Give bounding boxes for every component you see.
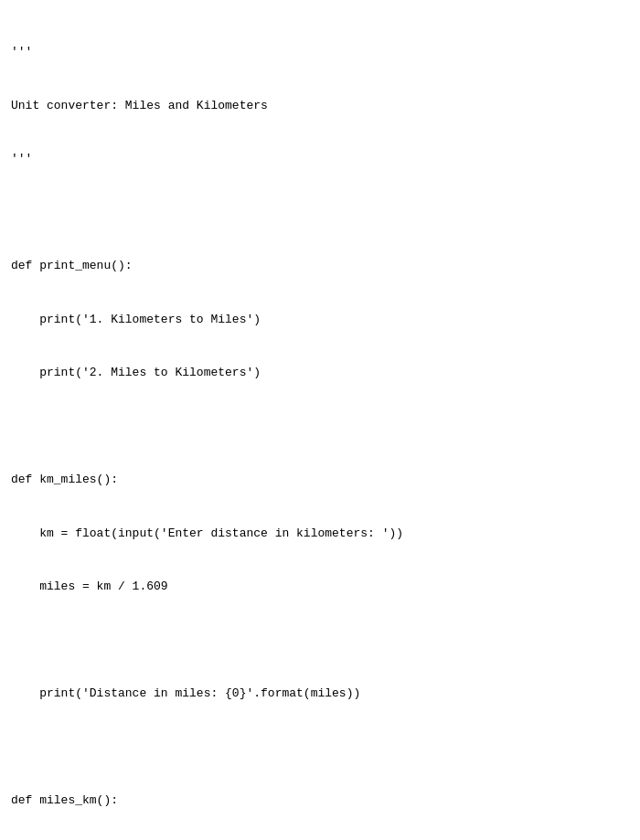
code-line-blank3	[11, 632, 629, 650]
code-line-docclose: '''	[11, 150, 629, 168]
print-menu-def: def print_menu():	[11, 257, 133, 275]
code-line-printmenu1: print('1. Kilometers to Miles')	[11, 311, 629, 329]
km-miles-line2: miles = km / 1.609	[11, 578, 168, 596]
km-miles-def: def km_miles():	[11, 471, 118, 489]
code-line-blank4	[11, 739, 629, 757]
code-line-doctitle: Unit converter: Miles and Kilometers	[11, 97, 629, 115]
docstring-title: Unit converter: Miles and Kilometers	[11, 97, 268, 115]
code-line-printmenu2: print('2. Miles to Kilometers')	[11, 364, 629, 382]
code-line-kmmiles-def: def km_miles():	[11, 471, 629, 489]
code-line-kmmiles3: print('Distance in miles: {0}'.format(mi…	[11, 685, 629, 703]
code-line-mileskm-def: def miles_km():	[11, 792, 629, 810]
km-miles-line1: km = float(input('Enter distance in kilo…	[11, 525, 403, 543]
code-section: ''' Unit converter: Miles and Kilometers…	[0, 0, 640, 840]
code-line-blank1	[11, 204, 629, 222]
km-miles-line3: print('Distance in miles: {0}'.format(mi…	[11, 685, 360, 703]
page-container: ''' Unit converter: Miles and Kilometers…	[0, 0, 640, 840]
code-line-docopen: '''	[11, 43, 629, 61]
print-menu-line2: print('2. Miles to Kilometers')	[11, 364, 261, 382]
code-line-blank2	[11, 418, 629, 436]
print-menu-line1: print('1. Kilometers to Miles')	[11, 311, 261, 329]
miles-km-def: def miles_km():	[11, 792, 118, 810]
code-line-printmenu-def: def print_menu():	[11, 257, 629, 275]
code-line-kmmiles2: miles = km / 1.609	[11, 578, 629, 596]
code-line-kmmiles1: km = float(input('Enter distance in kilo…	[11, 525, 629, 543]
docstring-open: '''	[11, 43, 32, 61]
code-block: ''' Unit converter: Miles and Kilometers…	[11, 7, 629, 840]
docstring-close: '''	[11, 150, 32, 168]
